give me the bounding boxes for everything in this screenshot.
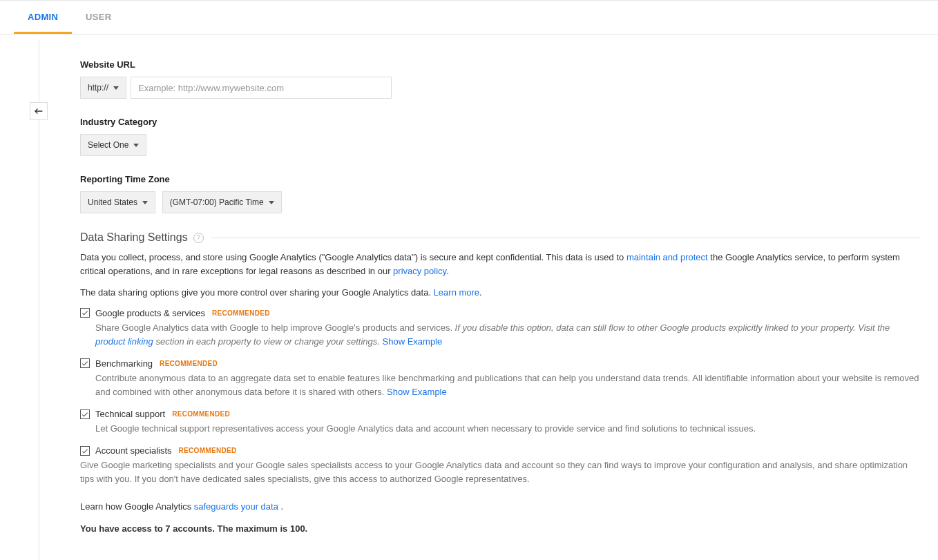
- protocol-value: http://: [88, 83, 108, 93]
- tab-bar: ADMIN USER: [0, 0, 938, 35]
- protocol-dropdown[interactable]: http://: [80, 77, 126, 99]
- recommended-badge: RECOMMENDED: [212, 309, 270, 317]
- learn-more-link[interactable]: Learn more: [434, 287, 479, 298]
- tab-user[interactable]: USER: [72, 1, 125, 34]
- safeguards-link[interactable]: safeguards your data: [194, 501, 278, 512]
- option-account-specialists: Account specialists RECOMMENDED Give Goo…: [80, 445, 920, 486]
- recommended-badge: RECOMMENDED: [172, 410, 230, 418]
- account-limit-text: You have access to 7 accounts. The maxim…: [80, 522, 920, 536]
- option-label: Google products & services: [95, 308, 205, 318]
- caret-down-icon: [142, 201, 148, 204]
- caret-down-icon: [133, 144, 139, 147]
- option-desc: Share Google Analytics data with Google …: [95, 321, 920, 349]
- caret-down-icon: [269, 201, 274, 204]
- checkbox-google-products[interactable]: [80, 308, 90, 318]
- industry-value: Select One: [88, 140, 128, 150]
- option-technical-support: Technical support RECOMMENDED Let Google…: [80, 409, 920, 436]
- option-desc: Give Google marketing specialists and yo…: [80, 458, 920, 486]
- show-example-link[interactable]: Show Example: [383, 336, 443, 347]
- timezone-label: Reporting Time Zone: [80, 174, 920, 184]
- check-icon: [81, 309, 89, 317]
- product-linking-link[interactable]: product linking: [95, 336, 153, 347]
- checkbox-account-specialists[interactable]: [80, 446, 90, 456]
- show-example-link[interactable]: Show Example: [387, 387, 447, 397]
- check-icon: [81, 359, 89, 367]
- timezone-field: Reporting Time Zone United States (GMT-0…: [80, 174, 920, 213]
- option-desc: Contribute anonymous data to an aggregat…: [95, 371, 920, 399]
- industry-field: Industry Category Select One: [80, 117, 920, 156]
- industry-label: Industry Category: [80, 117, 920, 127]
- privacy-policy-link[interactable]: privacy policy: [393, 266, 446, 276]
- country-value: United States: [88, 197, 137, 207]
- return-arrow-icon: [33, 106, 44, 117]
- maintain-protect-link[interactable]: maintain and protect: [626, 252, 708, 262]
- data-sharing-intro-2: The data sharing options give you more c…: [80, 286, 920, 300]
- country-dropdown[interactable]: United States: [80, 191, 155, 213]
- option-desc: Let Google technical support representat…: [95, 422, 920, 436]
- form-content: Website URL http:// Industry Category Se…: [43, 35, 938, 560]
- tz-dropdown[interactable]: (GMT-07:00) Pacific Time: [162, 191, 282, 213]
- checkbox-benchmarking[interactable]: [80, 358, 90, 368]
- option-label: Benchmarking: [95, 358, 153, 369]
- option-benchmarking: Benchmarking RECOMMENDED Contribute anon…: [80, 358, 920, 399]
- checkbox-technical-support[interactable]: [80, 409, 90, 419]
- back-button[interactable]: [30, 102, 48, 120]
- industry-dropdown[interactable]: Select One: [80, 134, 146, 156]
- divider: [211, 238, 920, 238]
- website-url-label: Website URL: [80, 59, 920, 70]
- caret-down-icon: [113, 86, 119, 90]
- tz-value: (GMT-07:00) Pacific Time: [170, 197, 264, 207]
- website-url-field: Website URL http://: [80, 59, 920, 99]
- data-sharing-header: Data Sharing Settings ?: [80, 231, 920, 244]
- recommended-badge: RECOMMENDED: [179, 447, 237, 454]
- left-rail: [0, 35, 43, 560]
- option-google-products: Google products & services RECOMMENDED S…: [80, 308, 920, 349]
- website-url-input[interactable]: [131, 77, 392, 99]
- safeguard-line: Learn how Google Analytics safeguards yo…: [80, 500, 920, 514]
- option-label: Account specialists: [95, 445, 172, 456]
- option-label: Technical support: [95, 409, 165, 419]
- check-icon: [81, 410, 89, 418]
- check-icon: [81, 447, 89, 455]
- data-sharing-intro-1: Data you collect, process, and store usi…: [80, 251, 920, 278]
- tab-admin[interactable]: ADMIN: [14, 1, 72, 34]
- data-sharing-title: Data Sharing Settings: [80, 231, 188, 244]
- recommended-badge: RECOMMENDED: [160, 360, 218, 367]
- help-icon[interactable]: ?: [193, 233, 204, 243]
